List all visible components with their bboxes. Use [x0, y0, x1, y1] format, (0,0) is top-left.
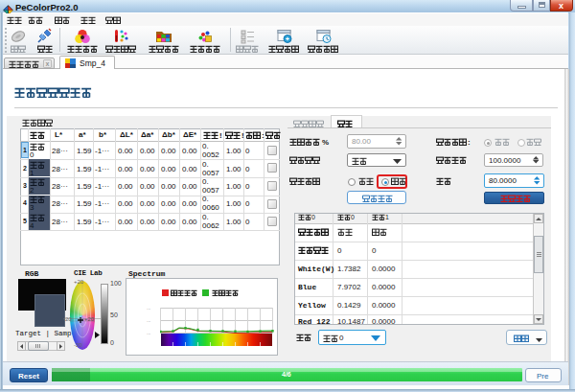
svg-text:Smp_4: Smp_4: [80, 58, 105, 68]
